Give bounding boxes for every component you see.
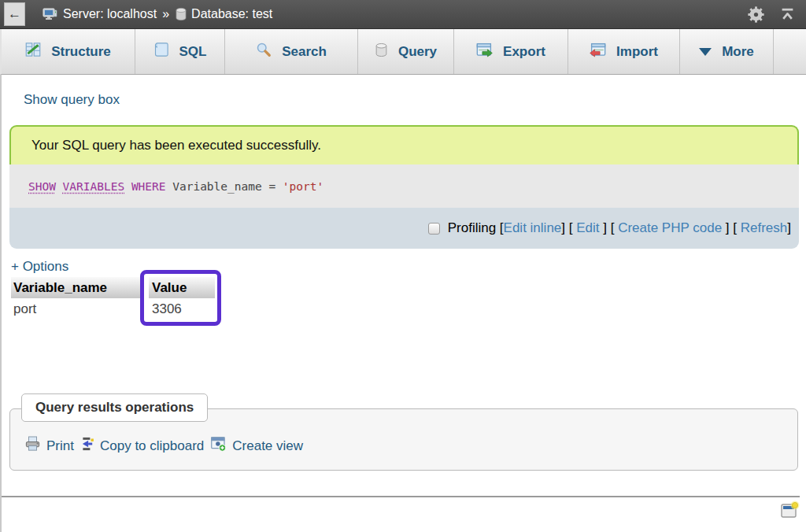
executed-sql-query: SHOW VARIABLES WHERE Variable_name = 'po…	[9, 164, 799, 208]
edit-link[interactable]: Edit	[576, 220, 599, 236]
query-database-icon	[375, 42, 388, 61]
copy-to-clipboard-icon	[80, 437, 94, 455]
create-view-link[interactable]: Create view	[232, 438, 303, 454]
tab-label: Import	[616, 44, 658, 60]
main-tabbar: Structure SQL Search	[0, 29, 806, 75]
tab-export[interactable]: Export	[454, 29, 568, 74]
sql-keyword-where: WHERE	[131, 180, 166, 193]
topbar-actions	[748, 6, 795, 23]
cell-value: 3306	[149, 301, 215, 317]
import-icon	[590, 42, 606, 62]
collapse-top-icon[interactable]	[780, 7, 795, 22]
print-operation[interactable]: Print	[24, 436, 74, 456]
topbar: ← Server: localhost » Database: test	[0, 0, 806, 29]
structure-icon	[25, 42, 41, 61]
sql-identifier: Variable_name	[172, 180, 262, 193]
operations-legend: Query results operations	[21, 393, 208, 422]
variables-result-table: Variable_name Value port 3306	[11, 277, 247, 320]
sql-scroll-icon	[153, 42, 169, 61]
bracket: ]	[787, 220, 791, 236]
show-query-box-link[interactable]: Show query box	[24, 92, 120, 108]
create-view-icon	[210, 436, 227, 456]
server-icon	[43, 6, 58, 22]
tab-query[interactable]: Query	[358, 29, 454, 74]
chevron-down-icon	[699, 48, 712, 56]
tab-more[interactable]: More	[680, 29, 774, 74]
tab-import[interactable]: Import	[568, 29, 680, 74]
tab-label: Search	[282, 44, 327, 60]
breadcrumb-separator: »	[162, 7, 169, 21]
bottom-divider	[2, 496, 800, 497]
tab-label: Export	[503, 44, 545, 60]
tab-label: Structure	[51, 44, 111, 60]
cell-variable-name: port	[11, 301, 142, 317]
success-message: Your SQL query has been executed success…	[9, 125, 799, 164]
export-icon	[476, 42, 493, 62]
bracket: ] [	[600, 220, 619, 236]
sql-string-literal: 'port'	[283, 180, 324, 193]
sql-operator: =	[268, 180, 275, 193]
table-row: port 3306	[11, 298, 247, 320]
sql-keyword-variables[interactable]: VARIABLES	[63, 180, 125, 193]
copy-to-clipboard-operation[interactable]: Copy to clipboard	[80, 437, 204, 455]
server-breadcrumb[interactable]: Server: localhost	[63, 7, 157, 21]
print-icon	[24, 436, 41, 456]
main-content: Show query box Your SQL query has been e…	[0, 75, 806, 532]
back-button[interactable]: ←	[4, 2, 25, 26]
bracket: ] [	[561, 220, 576, 236]
column-header-variable-name: Variable_name	[11, 277, 142, 298]
profiling-label: Profiling	[448, 220, 500, 236]
phpmyadmin-page: ← Server: localhost » Database: test	[0, 0, 806, 532]
tab-label: Query	[398, 44, 437, 60]
open-query-window-icon[interactable]	[779, 500, 800, 523]
back-arrow-icon: ←	[8, 6, 21, 22]
query-result-block: Your SQL query has been executed success…	[9, 125, 799, 249]
create-view-operation[interactable]: Create view	[210, 436, 303, 456]
create-php-code-link[interactable]: Create PHP code	[618, 220, 722, 236]
column-header-value: Value	[149, 277, 215, 298]
tab-sql[interactable]: SQL	[135, 29, 225, 74]
tab-label: More	[722, 44, 754, 60]
options-toggle-link[interactable]: + Options	[11, 259, 68, 275]
tab-structure[interactable]: Structure	[2, 29, 135, 74]
print-link[interactable]: Print	[46, 438, 74, 454]
query-tools-bar: Profiling [ Edit inline ] [ Edit ] [ Cre…	[9, 208, 799, 249]
gear-icon[interactable]	[748, 6, 764, 23]
tab-label: SQL	[179, 44, 207, 60]
operations-links: Print Copy to clipboard	[24, 436, 797, 456]
table-header-row: Variable_name Value	[11, 277, 247, 298]
database-breadcrumb[interactable]: Database: test	[191, 7, 272, 21]
success-text: Your SQL query has been executed success…	[31, 138, 321, 153]
sql-keyword-show[interactable]: SHOW	[28, 180, 56, 193]
profiling-checkbox[interactable]	[428, 223, 440, 235]
search-icon	[256, 42, 272, 61]
database-icon	[175, 7, 187, 21]
edit-inline-link[interactable]: Edit inline	[504, 220, 562, 236]
refresh-link[interactable]: Refresh	[741, 220, 788, 236]
copy-to-clipboard-link[interactable]: Copy to clipboard	[100, 438, 204, 454]
tab-search[interactable]: Search	[225, 29, 358, 74]
bracket: ] [	[722, 220, 741, 236]
